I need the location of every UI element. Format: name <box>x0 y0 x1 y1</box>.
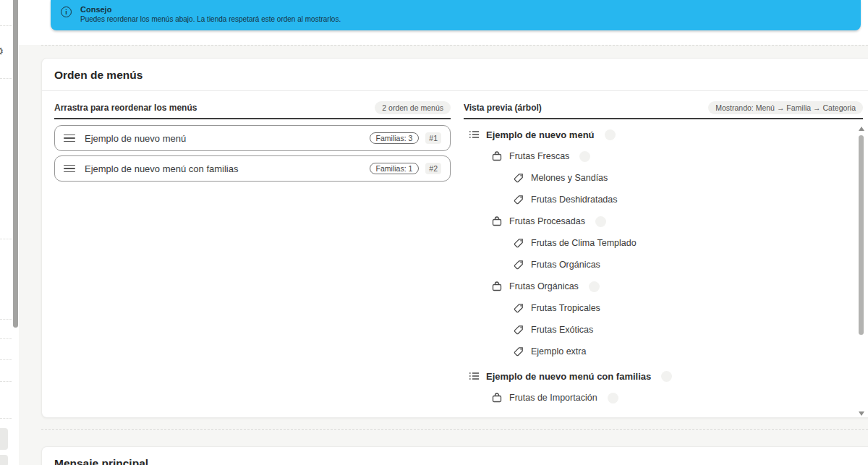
families-badge: Familias: 3 <box>370 132 420 144</box>
tip-text: Puedes reordenar los menús abajo. La tie… <box>80 14 341 24</box>
tree-label: Ejemplo extra <box>531 346 586 357</box>
count-ghost <box>595 216 606 227</box>
tree-menu-row: Ejemplo de nuevo menú <box>464 124 863 145</box>
position-badge: #2 <box>425 163 441 174</box>
menu-item-label: Ejemplo de nuevo menú <box>85 133 186 144</box>
tree-label: Frutas Exóticas <box>531 325 593 335</box>
tree-label: Frutas Orgánicas <box>531 260 600 270</box>
hierarchy-badge: Mostrando: Menú → Familia → Categoria <box>708 101 863 114</box>
page-scrollbar[interactable] <box>13 0 18 328</box>
list-icon <box>468 370 480 382</box>
families-badge: Familias: 1 <box>370 163 420 174</box>
tree-family-row: Frutas Procesadas <box>464 210 863 232</box>
card-title: Orden de menús <box>42 59 868 91</box>
sortable-menu-item[interactable]: Ejemplo de nuevo menú Familias: 3 #1 <box>54 125 451 151</box>
tip-banner: i Consejo Puedes reordenar los menús aba… <box>51 0 861 30</box>
sidebar-item-tile[interactable] <box>0 428 8 450</box>
bag-icon <box>491 216 503 227</box>
tree-category-row: Frutas Orgánicas <box>464 254 863 276</box>
tag-icon <box>513 194 524 205</box>
sidebar-divider <box>0 319 12 320</box>
tree-category-row: Melones y Sandías <box>464 167 863 189</box>
reorder-column: Arrastra para reordenar los menús 2 orde… <box>54 102 451 409</box>
menu-order-card: Orden de menús Arrastra para reordenar l… <box>41 58 868 418</box>
count-ghost <box>608 393 618 404</box>
card-title: Mensaje principal <box>42 447 868 465</box>
menu-count-badge: 2 orden de menús <box>375 101 451 114</box>
bag-icon <box>491 392 503 404</box>
tree-header: Vista previa (árbol) <box>464 103 542 113</box>
tree-preview: Ejemplo de nuevo menú Frutas Frescas Mel… <box>464 124 863 409</box>
tag-icon <box>513 259 524 270</box>
tree-family-row: Frutas Orgánicas <box>464 276 863 297</box>
tree-family-row: Frutas de Importación <box>464 387 863 409</box>
scroll-down-icon[interactable] <box>859 411 864 416</box>
tree-label: Frutas Tropicales <box>531 303 600 313</box>
sidebar-item-tile[interactable] <box>0 455 8 465</box>
count-ghost <box>661 371 672 382</box>
tree-category-row: Frutas Tropicales <box>464 297 863 319</box>
tip-title: Consejo <box>80 4 341 14</box>
tree-label: Melones y Sandías <box>531 173 608 183</box>
tag-icon <box>513 172 524 184</box>
tree-label: Frutas Procesadas <box>509 216 585 226</box>
count-ghost <box>579 151 590 162</box>
count-ghost <box>589 281 600 292</box>
tree-label: Ejemplo de nuevo menú <box>486 129 595 140</box>
tree-label: Frutas Deshidratadas <box>531 195 618 205</box>
position-badge: #1 <box>425 132 441 144</box>
tree-label: Frutas de Clima Templado <box>531 238 637 248</box>
tree-scrollbar[interactable] <box>858 125 864 417</box>
bag-icon <box>491 281 503 292</box>
tree-preview-column: Vista previa (árbol) Mostrando: Menú → F… <box>464 102 863 409</box>
list-icon <box>468 129 480 140</box>
sidebar-divider <box>0 338 12 339</box>
tree-label: Ejemplo de nuevo menú con familias <box>486 371 651 382</box>
scroll-up-icon[interactable] <box>859 127 864 131</box>
gear-icon[interactable]: ⚙ <box>0 45 4 58</box>
tree-category-row: Frutas Exóticas <box>464 319 863 341</box>
menu-item-label: Ejemplo de nuevo menú con familias <box>85 163 238 174</box>
sidebar-divider <box>0 239 12 239</box>
sidebar-divider <box>0 381 12 382</box>
main-message-card: Mensaje principal <box>41 446 868 465</box>
main-content: i Consejo Puedes reordenar los menús aba… <box>19 0 868 465</box>
tag-icon <box>513 324 524 336</box>
tree-label: Frutas Frescas <box>509 151 569 161</box>
tree-family-row: Frutas Frescas <box>464 145 863 167</box>
tree-category-row: Frutas Deshidratadas <box>464 189 863 210</box>
tag-icon <box>513 346 524 357</box>
info-icon: i <box>61 7 72 17</box>
tree-scrollbar-thumb[interactable] <box>859 135 864 335</box>
sortable-menu-item[interactable]: Ejemplo de nuevo menú con familias Famil… <box>54 155 451 182</box>
tree-label: Frutas de Importación <box>509 393 597 403</box>
drag-handle-icon[interactable] <box>64 135 75 142</box>
tree-label: Frutas Orgánicas <box>509 281 579 291</box>
sidebar-sliver: ⚙ <box>0 0 19 465</box>
count-ghost <box>605 129 616 140</box>
tree-menu-row: Ejemplo de nuevo menú con familias <box>464 365 863 387</box>
bag-icon <box>491 150 503 162</box>
tag-icon <box>513 302 524 314</box>
tag-icon <box>513 237 524 249</box>
sidebar-divider <box>0 25 12 26</box>
section-divider <box>41 429 868 430</box>
tree-category-row: Frutas de Clima Templado <box>464 232 863 254</box>
sidebar-divider <box>0 418 12 419</box>
reorder-header: Arrastra para reordenar los menús <box>54 103 197 113</box>
sidebar-divider <box>0 359 12 360</box>
drag-handle-icon[interactable] <box>64 165 75 173</box>
sidebar-divider <box>0 78 12 79</box>
section-divider <box>41 45 868 46</box>
tree-category-row: Ejemplo extra <box>464 341 863 362</box>
